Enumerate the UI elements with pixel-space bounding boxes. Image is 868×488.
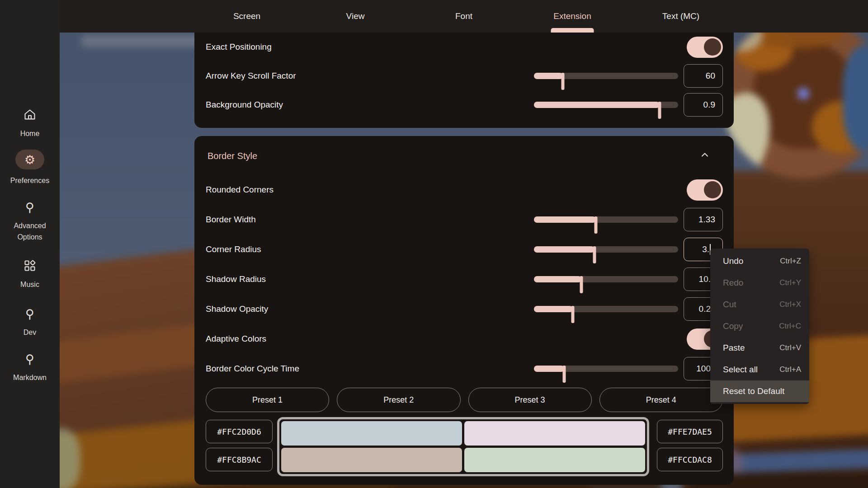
- value-input[interactable]: 1.33: [684, 208, 723, 231]
- preset-4-button[interactable]: Preset 4: [599, 388, 723, 412]
- tools-icon: ⚲: [25, 200, 34, 214]
- toggle-knob: [704, 38, 721, 56]
- menu-item-paste[interactable]: PasteCtrl+V: [710, 337, 809, 359]
- tools-icon: ⚲: [25, 352, 34, 366]
- section-header[interactable]: Border Style: [206, 143, 723, 169]
- preset-buttons: Preset 1 Preset 2 Preset 3 Preset 4: [206, 388, 723, 412]
- setting-row-exact-positioning: Exact Positioning: [206, 33, 723, 61]
- setting-label: Shadow Radius: [206, 274, 266, 284]
- slider-track[interactable]: [534, 73, 678, 79]
- app-window: Home ⚙ Preferences ⚲ Advanced Options Mu…: [0, 0, 868, 488]
- preset-3-button[interactable]: Preset 3: [468, 388, 592, 412]
- toggle-knob: [704, 181, 721, 198]
- active-tab-indicator: [551, 28, 594, 33]
- slider-track[interactable]: [534, 216, 678, 223]
- slider-track[interactable]: [534, 102, 678, 108]
- setting-row-adaptive-colors: Adaptive Colors: [206, 324, 723, 354]
- slider-fill: [534, 246, 594, 253]
- setting-row-corner-radius: Corner Radius 3.: [206, 235, 723, 264]
- setting-row-border-color-cycle-time: Border Color Cycle Time 100: [206, 354, 723, 384]
- slider-thumb[interactable]: [562, 366, 566, 383]
- slider-track[interactable]: [534, 276, 678, 282]
- setting-row-border-width: Border Width 1.33: [206, 205, 723, 235]
- menu-item-copy[interactable]: CopyCtrl+C: [710, 315, 809, 337]
- slider-fill: [534, 366, 564, 372]
- category-icon: [24, 259, 36, 272]
- settings-card-general: Exact Positioning Arrow Key Scroll Facto…: [194, 33, 734, 128]
- sidebar-item-label: Preferences: [5, 175, 55, 186]
- value-input[interactable]: 0.9: [684, 93, 723, 117]
- hex-value-box[interactable]: #FFC8B9AC: [206, 448, 273, 471]
- setting-row-background-opacity: Background Opacity 0.9: [206, 90, 723, 119]
- tab-screen[interactable]: Screen: [193, 0, 301, 33]
- slider-track[interactable]: [534, 306, 678, 312]
- slider[interactable]: [534, 271, 678, 288]
- hex-value-box[interactable]: #FFE7DAE5: [657, 420, 723, 443]
- menu-item-cut[interactable]: CutCtrl+X: [710, 294, 809, 315]
- setting-row-shadow-radius: Shadow Radius 10.: [206, 264, 723, 294]
- sidebar-item-label: Dev: [5, 327, 55, 338]
- setting-row-arrow-key-scroll-factor: Arrow Key Scroll Factor 60: [206, 61, 723, 90]
- slider[interactable]: [534, 360, 678, 377]
- slider-fill: [534, 216, 596, 223]
- sidebar-item-music[interactable]: Music: [0, 259, 60, 290]
- slider-fill: [534, 276, 581, 282]
- color-swatch-top-right[interactable]: [464, 421, 645, 446]
- setting-row-rounded-corners: Rounded Corners: [206, 175, 723, 205]
- slider-thumb[interactable]: [571, 306, 575, 323]
- sidebar-item-label: Home: [5, 128, 55, 139]
- slider[interactable]: [534, 241, 678, 258]
- tab-view[interactable]: View: [301, 0, 410, 33]
- tab-extension[interactable]: Extension: [518, 0, 627, 33]
- slider-thumb[interactable]: [594, 216, 598, 234]
- color-swatch-grid: [277, 417, 649, 476]
- slider[interactable]: [534, 211, 678, 228]
- menu-item-undo[interactable]: UndoCtrl+Z: [710, 250, 809, 272]
- slider-fill: [534, 102, 660, 108]
- home-icon: [24, 108, 36, 122]
- sidebar-item-markdown[interactable]: ⚲ Markdown: [0, 352, 60, 383]
- menu-item-select-all[interactable]: Select allCtrl+A: [710, 359, 809, 380]
- tab-font[interactable]: Font: [410, 0, 518, 33]
- menu-item-reset-to-default[interactable]: Reset to Default: [710, 380, 809, 402]
- slider-track[interactable]: [534, 246, 678, 253]
- tab-text-mc[interactable]: Text (MC): [627, 0, 735, 33]
- hex-value-box[interactable]: #FFCCDAC8: [657, 448, 723, 471]
- setting-label: Adaptive Colors: [206, 334, 266, 344]
- slider-fill: [534, 73, 563, 79]
- slider-thumb[interactable]: [561, 73, 564, 90]
- sidebar-item-dev[interactable]: ⚲ Dev: [0, 307, 60, 338]
- slider-thumb[interactable]: [580, 276, 583, 293]
- sidebar-item-label: Markdown: [5, 372, 55, 383]
- sidebar-item-label: Music: [5, 279, 55, 290]
- sidebar-item-home[interactable]: Home: [0, 108, 60, 139]
- preset-2-button[interactable]: Preset 2: [337, 388, 460, 412]
- chevron-up-icon[interactable]: [699, 150, 710, 162]
- setting-label: Shadow Opacity: [206, 304, 268, 314]
- slider-thumb[interactable]: [593, 246, 596, 263]
- setting-label: Rounded Corners: [206, 185, 274, 195]
- active-item-pill: ⚙: [15, 150, 44, 169]
- hex-value-box[interactable]: #FFC2D0D6: [206, 420, 273, 443]
- tab-bar: Screen View Font Extension Text (MC): [60, 0, 868, 33]
- color-swatch-bottom-right[interactable]: [464, 448, 645, 472]
- preset-1-button[interactable]: Preset 1: [206, 388, 329, 412]
- setting-label: Background Opacity: [206, 100, 283, 110]
- slider-track[interactable]: [534, 366, 678, 372]
- slider[interactable]: [534, 67, 678, 84]
- sidebar: Home ⚙ Preferences ⚲ Advanced Options Mu…: [0, 0, 60, 488]
- slider[interactable]: [534, 96, 678, 113]
- sidebar-item-advanced-options[interactable]: ⚲ Advanced Options: [0, 200, 60, 243]
- toggle[interactable]: [687, 37, 723, 58]
- value-input[interactable]: 60: [684, 64, 723, 88]
- menu-item-redo[interactable]: RedoCtrl+Y: [710, 272, 809, 294]
- color-swatch-top-left[interactable]: [281, 421, 462, 446]
- slider-thumb[interactable]: [658, 102, 661, 119]
- sidebar-item-preferences[interactable]: ⚙ Preferences: [0, 150, 60, 186]
- setting-label: Arrow Key Scroll Factor: [206, 71, 296, 81]
- slider[interactable]: [534, 300, 678, 318]
- tools-icon: ⚲: [25, 307, 34, 320]
- color-swatch-bottom-left[interactable]: [281, 448, 462, 472]
- setting-label: Border Width: [206, 215, 256, 225]
- toggle[interactable]: [687, 179, 723, 201]
